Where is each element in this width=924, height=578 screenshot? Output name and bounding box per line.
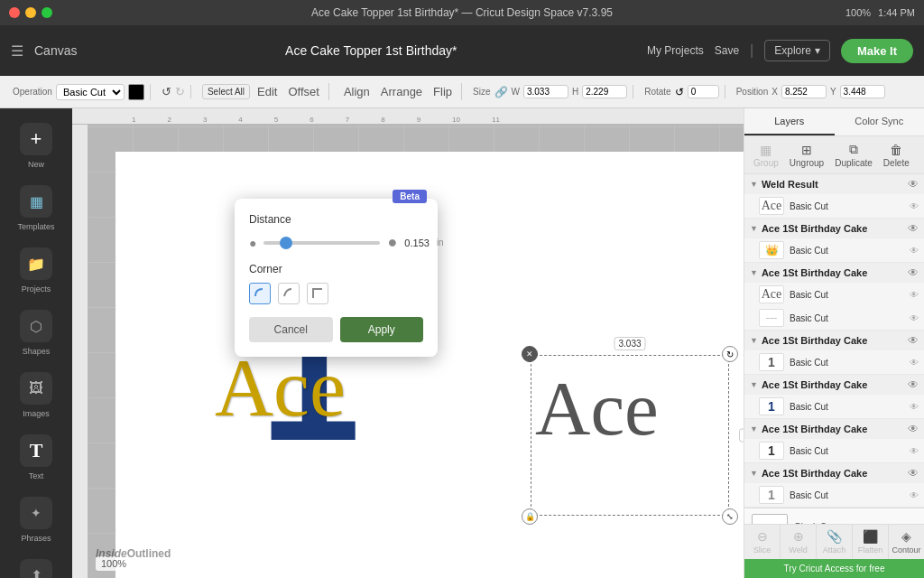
layer-item[interactable]: 1 Basic Cut 👁 [744,350,924,374]
operation-select[interactable]: Basic Cut [56,84,125,100]
edit-button[interactable]: Edit [254,83,281,100]
rotate-input[interactable] [688,85,719,98]
item-visibility-icon[interactable]: 👁 [910,446,919,456]
corner-straight-button[interactable] [307,283,328,304]
tab-color-sync[interactable]: Color Sync [835,108,925,135]
cancel-button[interactable]: Cancel [249,317,333,342]
layer-item[interactable]: ~~~ Basic Cut 👁 [744,306,924,330]
dock-item-images[interactable]: 🖼 Images [5,365,68,425]
corner-round-button[interactable] [249,283,271,304]
minimize-button[interactable] [25,7,36,18]
item-visibility-icon[interactable]: 👁 [910,490,919,500]
visibility-icon-3[interactable]: 👁 [908,266,919,279]
align-button[interactable]: Align [340,83,374,100]
distance-slider[interactable] [263,241,380,245]
layer-group-header-7[interactable]: ▼ Ace 1St Birthday Cake 👁 [744,463,924,483]
layer-group-header-weld[interactable]: ▼ Weld Result 👁 [744,174,924,194]
handle-lock[interactable]: 🔒 [522,508,538,525]
group-icon: ▦ [760,143,772,157]
layer-item[interactable]: 1 Basic Cut 👁 [744,483,924,507]
delete-button[interactable]: 🗑 Delete [880,141,913,170]
dock-item-new[interactable]: + New [5,116,68,176]
y-input[interactable] [840,85,885,98]
flip-button[interactable]: Flip [430,83,456,100]
hamburger-menu[interactable]: ☰ [11,42,23,60]
item-visibility-icon[interactable]: 👁 [910,290,919,300]
layer-item[interactable]: 👑 Basic Cut 👁 [744,238,924,262]
dock-item-projects[interactable]: 📁 Projects [5,240,68,301]
layer-item-label: Basic Cut [790,358,904,368]
offset-button[interactable]: Offset [284,83,322,100]
handle-delete[interactable]: ✕ [522,346,538,362]
handle-scale[interactable]: ⤡ [722,508,738,525]
apply-button[interactable]: Apply [340,317,424,342]
explore-button[interactable]: Explore ▾ [764,40,830,61]
distance-unit: in [437,238,444,247]
layer-group-header-3[interactable]: ▼ Ace 1St Birthday Cake 👁 [744,263,924,283]
save-button[interactable]: Save [715,44,739,57]
layer-item[interactable]: 1 Basic Cut 👁 [744,395,924,418]
traffic-lights[interactable] [9,7,52,18]
app-toolbar: ☰ Canvas Ace Cake Topper 1st Birthday* M… [0,25,924,76]
visibility-icon-2[interactable]: 👁 [908,222,919,235]
my-projects-button[interactable]: My Projects [647,44,704,57]
dock-item-shapes[interactable]: ⬡ Shapes [5,303,68,363]
design-element-selected[interactable]: ✕ ↻ 🔒 ⤡ 3.033 2.229 Ace [531,355,729,516]
layer-thumbnail: 👑 [759,241,784,259]
item-visibility-icon[interactable]: 👁 [910,313,919,323]
handle-rotate[interactable]: ↻ [722,346,738,362]
item-visibility-icon[interactable]: 👁 [910,201,919,211]
layer-group-header-2[interactable]: ▼ Ace 1St Birthday Cake 👁 [744,219,924,238]
tab-layers[interactable]: Layers [744,108,835,135]
layer-thumbnail: 1 [759,353,784,371]
slice-tool[interactable]: ⊖ Slice [744,525,781,559]
visibility-icon-4[interactable]: 👁 [908,334,919,347]
dock-item-text[interactable]: T Text [5,427,68,488]
layer-item[interactable]: 1 Basic Cut 👁 [744,439,924,462]
height-badge: 2.229 [739,429,744,443]
layer-item[interactable]: Ace Basic Cut 👁 [744,194,924,218]
item-visibility-icon[interactable]: 👁 [910,402,919,412]
chevron-icon: ▼ [750,380,758,389]
cricut-promo-banner[interactable]: Try Cricut Access for free [744,559,924,578]
blank-canvas-row[interactable]: Blank Canvas [744,508,924,524]
size-label: Size [473,87,490,97]
dock-item-templates[interactable]: ▦ Templates [5,178,68,238]
lock-proportions-icon[interactable]: 🔗 [494,86,508,98]
visibility-icon-7[interactable]: 👁 [908,467,919,480]
arrange-button[interactable]: Arrange [377,83,426,100]
layer-group-header-5[interactable]: ▼ Ace 1St Birthday Cake 👁 [744,375,924,395]
x-input[interactable] [781,85,827,98]
canvas-area[interactable]: 12 34 56 78 910 11 1 Ace [72,108,744,578]
undo-icon[interactable]: ↺ [162,85,171,98]
operation-color-swatch[interactable] [128,84,144,100]
position-label: Position [736,87,769,97]
maximize-button[interactable] [42,7,52,18]
visibility-icon-weld[interactable]: 👁 [908,178,919,191]
layer-group-header-4[interactable]: ▼ Ace 1St Birthday Cake 👁 [744,331,924,350]
attach-tool[interactable]: 📎 Attach [817,525,853,559]
flatten-tool[interactable]: ⬛ Flatten [853,525,889,559]
layer-group-header-6[interactable]: ▼ Ace 1St Birthday Cake 👁 [744,419,924,439]
duplicate-button[interactable]: ⧉ Duplicate [831,140,876,170]
redo-icon[interactable]: ↻ [175,85,185,98]
ungroup-button[interactable]: ⊞ Ungroup [786,141,827,170]
width-input[interactable] [523,85,568,98]
select-all-button[interactable]: Select All [202,84,250,99]
dock-item-upload[interactable]: ⬆ Upload [5,552,68,578]
close-button[interactable] [9,7,20,18]
visibility-icon-6[interactable]: 👁 [908,423,919,435]
canvas-nav-label[interactable]: Canvas [34,43,77,58]
make-it-button[interactable]: Make It [841,39,913,63]
corner-smooth-button[interactable] [278,283,300,304]
dock-item-phrases[interactable]: ✦ Phrases [5,489,68,550]
item-visibility-icon[interactable]: 👁 [910,358,919,368]
layer-item[interactable]: Ace Basic Cut 👁 [744,283,924,306]
height-input[interactable] [582,85,627,98]
contour-tool[interactable]: ◈ Contour [889,525,924,559]
ruler-vertical [72,125,88,578]
group-button[interactable]: ▦ Group [750,141,782,170]
item-visibility-icon[interactable]: 👁 [910,246,919,256]
weld-tool[interactable]: ⊕ Weld [781,525,817,559]
visibility-icon-5[interactable]: 👁 [908,378,919,391]
